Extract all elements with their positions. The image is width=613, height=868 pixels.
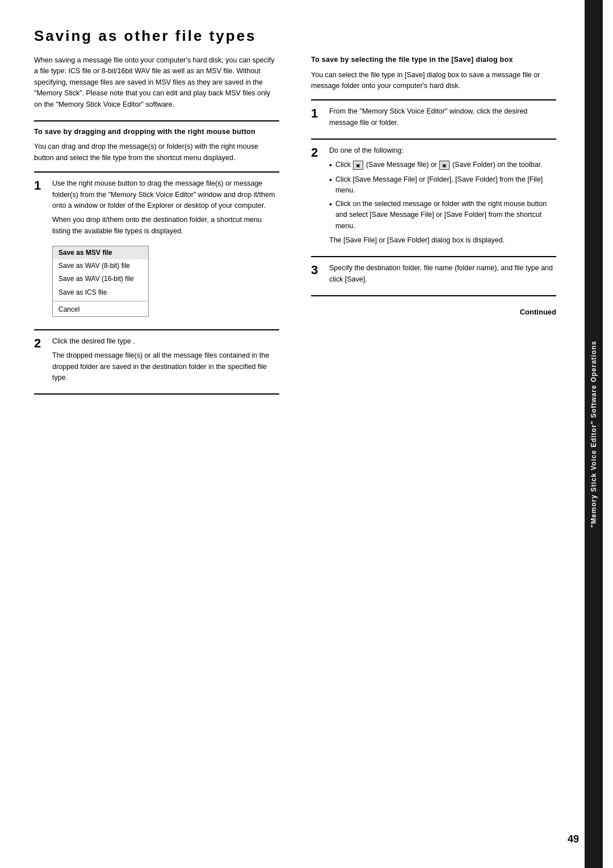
right-column: To save by selecting the file type in th… [305, 55, 556, 400]
subsection2-title: To save by selecting the file type in th… [311, 55, 556, 65]
right-divider-4 [311, 295, 556, 296]
right-divider-2 [311, 139, 556, 140]
left-step-2: 2 Click the desired file type . The drop… [34, 336, 279, 387]
step-number-2: 2 [34, 336, 45, 387]
bullet-item-3: Click on the selected message or folder … [329, 199, 556, 232]
intro-text: When saving a message file onto your com… [34, 55, 279, 110]
step-2-sub-note: The dropped message file(s) or all the m… [52, 350, 279, 383]
divider-3 [34, 329, 279, 330]
subsection2-body: You can select the file type in [Save] d… [311, 70, 556, 92]
bullet-item-1: Click ▣ (Save Message file) or ▣ (Save F… [329, 160, 556, 172]
right-step-number-1: 1 [311, 106, 322, 132]
menu-divider [53, 301, 148, 301]
menu-item-cancel: Cancel [53, 303, 148, 316]
bullet-list: Click ▣ (Save Message file) or ▣ (Save F… [329, 160, 556, 232]
save-folder-icon: ▣ [439, 161, 450, 170]
left-column: When saving a message file onto your com… [34, 55, 285, 400]
subsection1-title: To save by dragging and dropping with th… [34, 127, 279, 137]
right-step-3-content: Specify the destination folder, file nam… [329, 263, 556, 288]
save-message-icon: ▣ [353, 161, 363, 170]
context-menu: Save as MSV file Save as WAV (8-bit) fil… [52, 246, 149, 317]
right-step-1: 1 From the "Memory Stick Voice Editor" w… [311, 106, 556, 132]
step-number-1: 1 [34, 178, 45, 322]
divider-2 [34, 171, 279, 173]
menu-item-ics: Save as ICS file [53, 286, 148, 299]
right-divider-3 [311, 256, 556, 257]
right-divider-1 [311, 99, 556, 100]
step-2-text: Click the desired file type . [52, 336, 279, 347]
step-1-text: Use the right mouse button to drag the m… [52, 178, 279, 211]
right-step-2-intro: Do one of the following: [329, 145, 556, 156]
subsection1-body: You can drag and drop the message(s) or … [34, 141, 279, 163]
page-number: 49 [568, 833, 579, 845]
right-step-3-text: Specify the destination folder, file nam… [329, 263, 556, 285]
sidebar-tab-text: "Memory Stick Voice Editor" Software Ope… [590, 341, 598, 528]
right-step-number-2: 2 [311, 145, 322, 249]
right-step-2: 2 Do one of the following: Click ▣ (Save… [311, 145, 556, 249]
divider-1 [34, 120, 279, 121]
right-step-number-3: 3 [311, 263, 322, 288]
step-2-content: Click the desired file type . The droppe… [52, 336, 279, 387]
page-container: Saving as other file types When saving a… [0, 0, 613, 868]
step-2-note: The [Save File] or [Save Folder] dialog … [329, 235, 556, 246]
sidebar-tab: "Memory Stick Voice Editor" Software Ope… [585, 0, 603, 868]
menu-item-msv: Save as MSV file [53, 246, 148, 259]
right-step-1-content: From the "Memory Stick Voice Editor" win… [329, 106, 556, 132]
right-step-3: 3 Specify the destination folder, file n… [311, 263, 556, 288]
bullet-1-text: Click ▣ (Save Message file) or ▣ (Save F… [335, 160, 542, 170]
bullet-3-text: Click on the selected message or folder … [335, 199, 556, 232]
right-step-2-content: Do one of the following: Click ▣ (Save M… [329, 145, 556, 249]
left-step-1: 1 Use the right mouse button to drag the… [34, 178, 279, 322]
page-title: Saving as other file types [34, 27, 556, 45]
two-column-layout: When saving a message file onto your com… [34, 55, 556, 400]
main-content: Saving as other file types When saving a… [0, 0, 585, 868]
step-1-sub-note: When you drop it/them onto the destinati… [52, 215, 279, 237]
menu-item-wav16: Save as WAV (16-bit) file [53, 272, 148, 286]
continued-label: Continued [311, 308, 556, 316]
divider-4 [34, 393, 279, 395]
bullet-item-2: Click [Save Message File] or [Folder], [… [329, 174, 556, 196]
menu-item-wav8: Save as WAV (8-bit) file [53, 259, 148, 272]
step-1-content: Use the right mouse button to drag the m… [52, 178, 279, 322]
bullet-2-text: Click [Save Message File] or [Folder], [… [335, 174, 556, 196]
right-step-1-text: From the "Memory Stick Voice Editor" win… [329, 106, 556, 128]
